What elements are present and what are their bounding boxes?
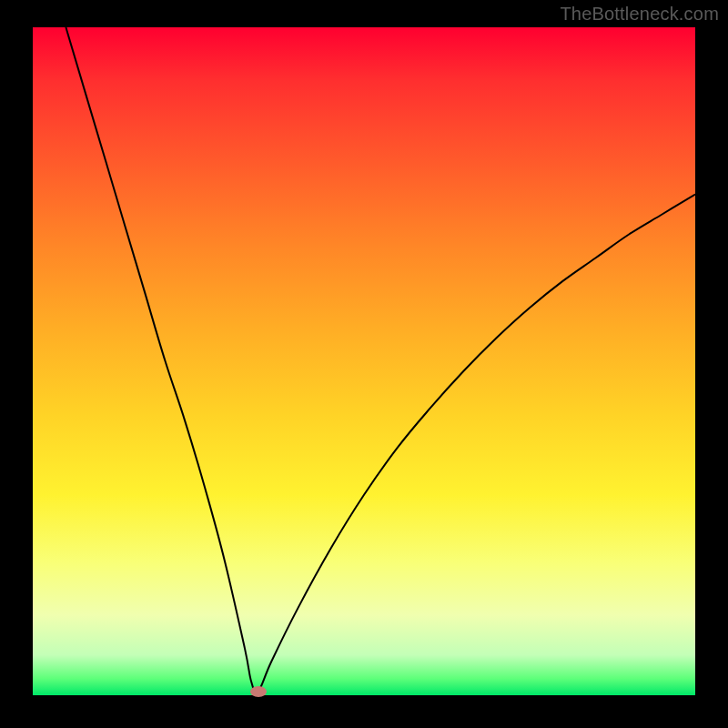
optimum-marker (250, 686, 267, 697)
plot-area (33, 27, 695, 695)
chart-frame: TheBottleneck.com (0, 0, 728, 728)
watermark-text: TheBottleneck.com (560, 4, 719, 25)
bottleneck-curve (33, 27, 695, 695)
curve-path (66, 27, 695, 693)
